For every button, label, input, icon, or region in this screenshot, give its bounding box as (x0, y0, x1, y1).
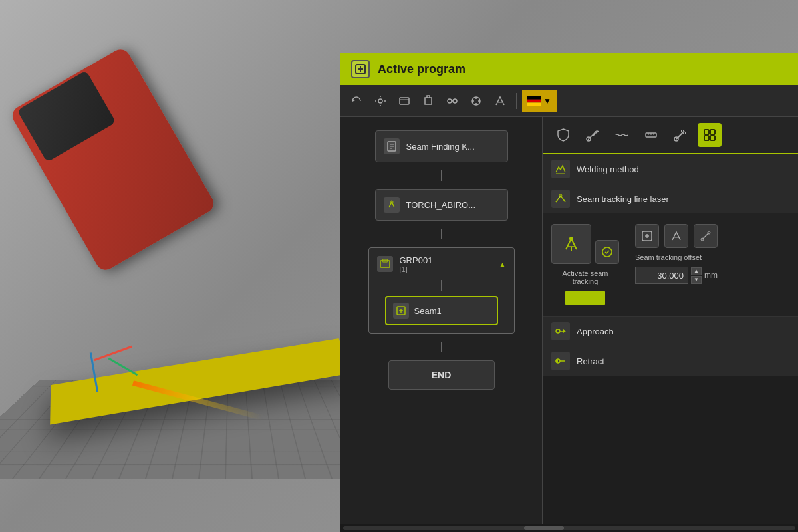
flow-group-icon (377, 256, 393, 272)
title-bar: Active program (340, 53, 798, 85)
prop-icon-tool5[interactable] (668, 123, 692, 147)
offset-input[interactable] (635, 267, 688, 284)
offset-icon-1 (635, 224, 659, 248)
flow-node-torch-icon (384, 197, 400, 213)
horizontal-scrollbar[interactable] (340, 524, 798, 532)
scroll-thumb[interactable] (524, 526, 564, 530)
svg-marker-1 (352, 99, 355, 102)
section-approach: Approach (543, 317, 798, 346)
scroll-track (343, 526, 795, 530)
flow-node-icon (384, 138, 400, 154)
approach-icon (551, 322, 570, 340)
connector-2 (441, 229, 442, 239)
svg-rect-15 (527, 96, 541, 100)
grp-label-group: GRP001 [1] (400, 255, 433, 273)
welding-method-header[interactable]: Welding method (543, 154, 798, 184)
approach-label: Approach (577, 327, 614, 336)
props-toolbar (543, 117, 798, 154)
svg-rect-17 (527, 102, 541, 106)
seam-tracking-laser-icon (551, 190, 570, 208)
svg-rect-34 (704, 130, 709, 134)
grp001-sublabel: [1] (400, 265, 433, 273)
seam-tracking-offset-control: Seam tracking offset ▲ ▼ mm (635, 224, 718, 305)
seam-tracking-laser-label: Seam tracking line laser (577, 194, 669, 204)
offset-input-row: ▲ ▼ mm (635, 267, 718, 284)
flow-subnode-seam1[interactable]: Seam1 (385, 296, 498, 325)
toolbar-separator (516, 93, 517, 109)
prop-icon-grid[interactable] (698, 123, 722, 147)
offset-up-btn[interactable]: ▲ (691, 267, 702, 275)
flow-node-end[interactable]: END (388, 360, 495, 390)
toolbar-btn-undo[interactable] (346, 90, 367, 112)
offset-spinner: ▲ ▼ (691, 267, 702, 284)
flow-group-body: Seam1 (369, 280, 514, 333)
activate-icon-secondary (595, 240, 619, 264)
activate-icon-main (551, 224, 591, 264)
approach-header[interactable]: Approach (543, 317, 798, 346)
end-label: END (432, 370, 452, 380)
seam-tracking-laser-header[interactable]: Seam tracking line laser (543, 184, 798, 213)
svg-point-41 (569, 237, 573, 241)
prop-icon-wave[interactable] (610, 123, 634, 147)
toolbar-btn-tool4[interactable] (418, 90, 439, 112)
robot-arm (20, 66, 253, 366)
svg-rect-36 (704, 136, 709, 140)
connector-grp (441, 280, 442, 291)
seam-finding-label: Seam Finding K... (406, 142, 475, 152)
toolbar-btn-tool3[interactable] (394, 90, 415, 112)
svg-point-2 (378, 99, 382, 103)
svg-marker-53 (563, 329, 566, 333)
toolbar-btn-tool7[interactable] (489, 90, 511, 112)
program-flow-panel: Seam Finding K... TORCH_ABIRO... (340, 117, 543, 524)
robot-body (9, 46, 217, 273)
connector-1 (441, 170, 442, 181)
offset-down-btn[interactable]: ▼ (691, 276, 702, 284)
prop-icon-measure[interactable] (639, 123, 663, 147)
grp001-expand: ▲ (499, 261, 506, 268)
activate-seam-tracking-toggle[interactable] (565, 291, 605, 305)
content-area: Seam Finding K... TORCH_ABIRO... (340, 117, 798, 524)
seam-tracking-content: Activate seam tracking (543, 213, 798, 316)
activate-seam-tracking-control: Activate seam tracking (551, 224, 619, 305)
offset-icon-3 (694, 224, 718, 248)
main-panel: Active program (340, 53, 798, 532)
prop-icon-shield[interactable] (551, 123, 575, 147)
section-welding-method: Welding method (543, 154, 798, 184)
flow-group-header[interactable]: GRP001 [1] ▲ (369, 248, 514, 280)
svg-rect-35 (710, 130, 715, 134)
title-icon (351, 60, 370, 78)
svg-rect-37 (710, 136, 715, 140)
offset-icons-row (635, 224, 718, 248)
svg-point-5 (448, 99, 452, 103)
grp001-label: GRP001 (400, 255, 433, 265)
toolbar: ▼ (340, 85, 798, 117)
retract-header[interactable]: Retract (543, 346, 798, 376)
svg-point-51 (556, 329, 560, 333)
toolbar-btn-tool5[interactable] (442, 90, 463, 112)
section-retract: Retract (543, 346, 798, 376)
flow-group-grp001: GRP001 [1] ▲ (368, 247, 515, 334)
properties-panel: Welding method Seam tracking line laser (543, 117, 798, 524)
welding-method-label: Welding method (577, 164, 639, 174)
toolbar-dropdown[interactable]: ▼ (522, 90, 557, 112)
toolbar-btn-settings[interactable] (370, 90, 391, 112)
flow-node-seam-finding[interactable]: Seam Finding K... (375, 130, 508, 162)
connector-3 (441, 342, 442, 352)
welding-method-icon (551, 160, 570, 178)
retract-label: Retract (577, 356, 604, 366)
offset-label: Seam tracking offset (635, 253, 718, 261)
svg-rect-3 (400, 98, 409, 104)
seam1-label: Seam1 (414, 306, 442, 316)
retract-icon (551, 352, 570, 370)
torch-label: TORCH_ABIRO... (406, 200, 476, 210)
seam1-icon (393, 303, 409, 319)
flow-node-torch[interactable]: TORCH_ABIRO... (375, 189, 508, 221)
title-text: Active program (378, 63, 466, 76)
offset-unit: mm (704, 271, 718, 280)
dropdown-arrow: ▼ (543, 96, 551, 106)
svg-point-6 (453, 99, 457, 103)
toolbar-btn-tool6[interactable] (466, 90, 487, 112)
prop-icon-wrench[interactable] (581, 123, 604, 147)
activate-seam-tracking-label: Activate seam tracking (559, 269, 612, 285)
section-seam-tracking-laser: Seam tracking line laser (543, 184, 798, 317)
